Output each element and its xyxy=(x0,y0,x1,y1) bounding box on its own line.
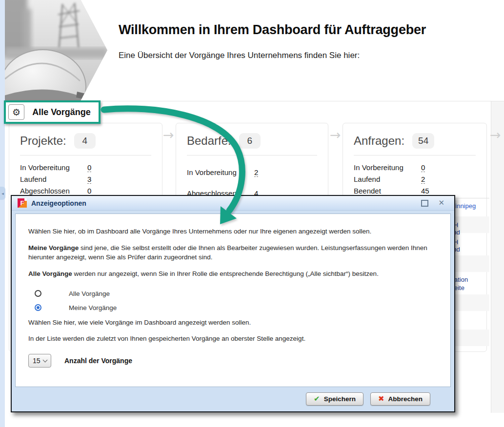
dialog-paragraph: Meine Vorgänge sind jene, die Sie selbst… xyxy=(28,244,436,262)
dialog-paragraph: In der Liste werden die zuletzt von Ihne… xyxy=(28,334,436,344)
cancel-button-label: Abbrechen xyxy=(388,395,423,403)
stat-value-link[interactable]: 0 xyxy=(421,163,425,172)
radio-alle-vorgaenge[interactable]: Alle Vorgänge xyxy=(35,290,436,297)
dialog-paragraph: Alle Vorgänge werden nur angezeigt, wenn… xyxy=(28,270,436,279)
stat-row: In Vorbereitung 0 xyxy=(20,162,151,174)
card-title: Bedarfe: xyxy=(187,134,231,148)
stat-label: In Vorbereitung xyxy=(354,163,403,172)
stat-row: Laufend 3 xyxy=(20,174,151,185)
maximize-icon[interactable] xyxy=(421,200,428,207)
card-divider xyxy=(20,155,151,155)
dialog-paragraph: Wählen Sie hier, wie viele Vorgänge im D… xyxy=(28,318,436,328)
collapse-arrow-icon: ◂ xyxy=(1,191,4,196)
sidebar-strip xyxy=(0,0,5,427)
construction-photo-illustration xyxy=(5,0,107,100)
radio-label: Meine Vorgänge xyxy=(69,304,117,311)
dialog-paragraph: Wählen Sie hier, ob im Dashboard alle Vo… xyxy=(28,227,436,236)
list-divider xyxy=(454,198,489,198)
page-subtitle: Eine Übersicht der Vorgänge Ihres Untern… xyxy=(119,51,360,60)
stat-value-link[interactable]: 3 xyxy=(87,175,91,184)
chevron-down-icon xyxy=(43,358,48,363)
count-badge: 54 xyxy=(412,133,434,149)
stat-row: Laufend 2 xyxy=(354,174,476,185)
stat-row: In Vorbereitung 2 xyxy=(187,162,317,183)
list-row-text: eite xyxy=(454,284,464,291)
stat-value-link[interactable]: 0 xyxy=(87,163,91,172)
save-button[interactable]: ✔ Speichern xyxy=(306,392,363,406)
next-card-arrow[interactable]: → xyxy=(490,127,501,142)
card-divider xyxy=(354,155,476,155)
stat-value-link[interactable]: 45 xyxy=(421,187,429,195)
stat-value-link[interactable]: 2 xyxy=(254,168,258,177)
dashboard-page: ◂ xyxy=(0,0,504,427)
display-options-button[interactable]: ⚙ xyxy=(8,104,24,120)
sidebar-collapse-handle[interactable]: ◂ xyxy=(0,187,5,200)
meine-vorgaenge-term: Meine Vorgänge xyxy=(28,244,79,252)
card-title: Projekte: xyxy=(20,134,66,148)
radio-selected-icon xyxy=(35,304,41,311)
next-card-arrow[interactable]: → xyxy=(330,127,341,142)
stat-label: In Vorbereitung xyxy=(20,163,70,172)
close-icon[interactable]: ✕ xyxy=(438,199,444,207)
stat-row: In Vorbereitung 0 xyxy=(354,162,476,174)
list-row xyxy=(453,330,489,346)
alle-vorgaenge-term: Alle Vorgänge xyxy=(28,270,72,277)
settings-highlight-frame: ⚙ Alle Vorgänge xyxy=(4,100,101,124)
x-icon: ✖ xyxy=(378,395,384,403)
list-row xyxy=(453,294,489,311)
list-row xyxy=(453,255,489,272)
cancel-button[interactable]: ✖ Abbrechen xyxy=(370,392,430,406)
count-badge: 4 xyxy=(74,133,96,149)
dialog-body: Wählen Sie hier, ob im Dashboard alle Vo… xyxy=(15,214,451,387)
header-photo xyxy=(5,0,107,100)
list-row-text: ation xyxy=(454,276,468,283)
stat-label: Laufend xyxy=(354,175,380,183)
next-section-peek xyxy=(491,101,504,413)
stat-label: Beendet xyxy=(354,187,381,195)
radio-unselected-icon xyxy=(35,290,41,297)
radio-label: Alle Vorgänge xyxy=(69,290,110,297)
check-icon: ✔ xyxy=(314,395,320,403)
app-logo-icon: F xyxy=(18,198,27,208)
dialog-footer: ✔ Speichern ✖ Abbrechen xyxy=(15,390,451,408)
stat-value-link[interactable]: 2 xyxy=(421,175,425,184)
stat-value-link[interactable]: 0 xyxy=(87,187,91,195)
stat-label: In Vorbereitung xyxy=(187,168,237,176)
count-badge: 6 xyxy=(239,133,261,149)
page-title: Willkommen in Ihrem Dashboard für Auftra… xyxy=(119,22,426,38)
gear-icon: ⚙ xyxy=(12,108,20,117)
count-select-label: Anzahl der Vorgänge xyxy=(64,357,132,365)
radio-meine-vorgaenge[interactable]: Meine Vorgänge xyxy=(35,304,436,311)
dialog-titlebar[interactable]: F Anzeigeoptionen ✕ xyxy=(12,196,454,211)
logo-letter: F xyxy=(20,200,24,206)
paragraph-text: werden nur angezeigt, wenn Sie in Ihrer … xyxy=(72,270,379,277)
count-select[interactable]: 15 xyxy=(28,354,51,368)
dialog-title: Anzeigeoptionen xyxy=(31,199,86,207)
next-card-arrow[interactable]: → xyxy=(163,127,174,142)
anzeigeoptionen-dialog: F Anzeigeoptionen ✕ Wählen Sie hier, ob … xyxy=(11,195,455,412)
stat-label: Abgeschlossen xyxy=(20,187,70,195)
paragraph-text: sind jene, die Sie selbst erstellt oder … xyxy=(28,244,427,261)
card-title: Anfragen: xyxy=(354,134,404,148)
scope-label: Alle Vorgänge xyxy=(24,107,99,117)
stat-label: Laufend xyxy=(20,175,46,183)
save-button-label: Speichern xyxy=(324,395,356,403)
card-divider xyxy=(187,155,317,155)
count-select-value: 15 xyxy=(33,357,40,365)
